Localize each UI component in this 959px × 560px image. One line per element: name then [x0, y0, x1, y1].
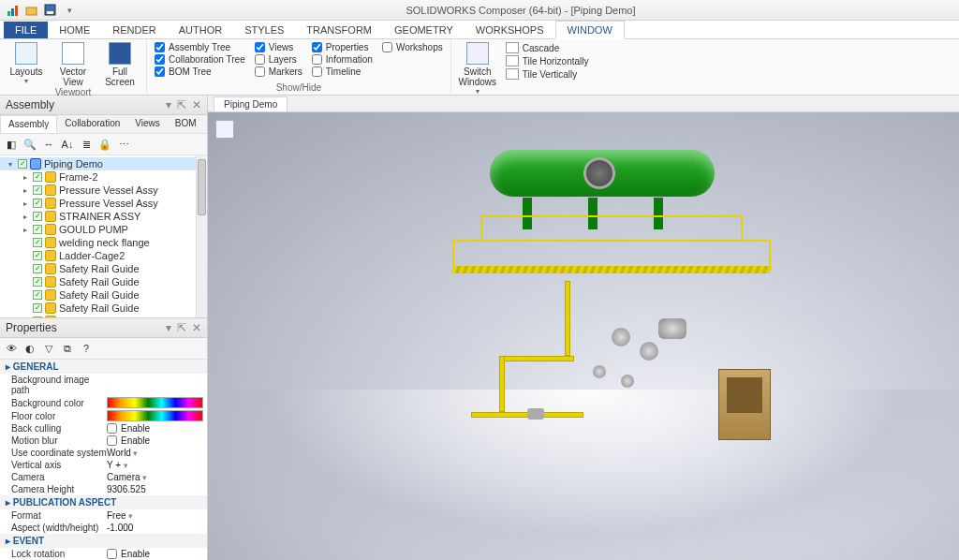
tab-window[interactable]: WINDOW [555, 21, 625, 39]
tree-item[interactable]: ✓Safety Rail Guide [0, 275, 207, 288]
tile-vertical-button[interactable]: Tile Vertically [506, 68, 589, 80]
tree-item[interactable]: ✓Safety Rail Guide [0, 302, 207, 315]
section-publication[interactable]: ▸ PUBLICATION ASPECT [0, 495, 207, 509]
tab-render[interactable]: RENDER [101, 22, 167, 38]
tab-file[interactable]: FILE [4, 22, 48, 38]
prop-camera[interactable]: CameraCamera [0, 471, 207, 483]
tree-item[interactable]: ▸✓Pressure Vessel Assy [0, 184, 207, 197]
qat-save-icon[interactable] [43, 3, 58, 18]
prop-motion-blur[interactable]: Motion blurEnable [0, 435, 207, 447]
pt-help-icon[interactable]: ? [79, 341, 94, 356]
tb-more-icon[interactable]: ⋯ [116, 137, 131, 152]
prop-camera-height[interactable]: Camera Height9306.525 [0, 483, 207, 495]
group-viewport: Layouts▾ Vector View Full Screen Viewpor… [0, 39, 147, 95]
tree-item[interactable]: ✓Safety Rail Guide [0, 262, 207, 275]
prop-coord-sys[interactable]: Use coordinate systemWorld [0, 447, 207, 459]
tree-root[interactable]: ▾✓Piping Demo [0, 157, 207, 170]
viewport-tab-piping[interactable]: Piping Demo [214, 96, 288, 111]
vector-view-button[interactable]: Vector View [54, 42, 92, 87]
tree-scrollbar[interactable] [196, 155, 207, 317]
pt-copy-icon[interactable]: ⧉ [60, 341, 75, 356]
fitting-1 [612, 328, 630, 346]
assembly-panel-header: Assembly ▾ ⇱ ✕ [0, 96, 207, 115]
viewport-area: Piping Demo [208, 96, 959, 560]
viewport-tabs: Piping Demo [208, 96, 959, 112]
chk-layers[interactable]: Layers [255, 54, 302, 65]
assembly-tree[interactable]: ▾✓Piping Demo▸✓Frame-2▸✓Pressure Vessel … [0, 155, 207, 317]
chk-views[interactable]: Views [255, 42, 302, 52]
pt-neutral-icon[interactable]: ◐ [22, 341, 37, 356]
tile-horizontal-button[interactable]: Tile Horizontally [506, 55, 589, 66]
tab-geometry[interactable]: GEOMETRY [383, 22, 465, 38]
prop-aspect[interactable]: Aspect (width/height)-1.000 [0, 522, 207, 534]
tree-item[interactable]: ▸✓Frame-2 [0, 170, 207, 184]
tree-item[interactable]: ✓Safety Rail [0, 315, 207, 317]
properties-toolbar: 👁 ◐ ▽ ⧉ ? [0, 338, 207, 360]
tb-list-icon[interactable]: ≣ [79, 137, 94, 152]
full-screen-button[interactable]: Full Screen [101, 42, 139, 87]
prop-floor-color[interactable]: Floor color [0, 409, 207, 422]
chk-information[interactable]: Information [312, 54, 373, 65]
switch-windows-button[interactable]: Switch Windows▾ [459, 42, 496, 96]
tb-cube-icon[interactable]: ◧ [4, 137, 19, 152]
tab-transform[interactable]: TRANSFORM [295, 22, 383, 38]
chk-properties[interactable]: Properties [312, 42, 373, 52]
props-pin-icon[interactable]: ⇱ [177, 321, 186, 334]
prop-back-culling[interactable]: Back cullingEnable [0, 422, 207, 435]
tree-item[interactable]: ▸✓STRAINER ASSY [0, 210, 207, 223]
subtab-bom[interactable]: BOM [168, 115, 204, 133]
qat-dropdown-icon[interactable]: ▾ [62, 3, 77, 18]
subtab-collaboration[interactable]: Collaboration [57, 115, 127, 133]
viewport-3d[interactable] [208, 112, 959, 560]
tree-item[interactable]: ✓Ladder-Cage2 [0, 249, 207, 262]
panel-dropdown-icon[interactable]: ▾ [166, 98, 171, 111]
safety-platform [452, 215, 780, 281]
prop-bg-color[interactable]: Background color [0, 396, 207, 409]
tree-item[interactable]: ▸✓GOULD PUMP [0, 223, 207, 236]
panel-close-icon[interactable]: ✕ [192, 98, 201, 111]
tb-search-icon[interactable]: 🔍 [22, 137, 37, 152]
chk-timeline[interactable]: Timeline [312, 66, 373, 77]
section-general[interactable]: ▸ GENERAL [0, 360, 207, 374]
tab-styles[interactable]: STYLES [233, 22, 295, 38]
tb-sort-icon[interactable]: A↓ [60, 137, 75, 152]
chk-bom-tree[interactable]: BOM Tree [155, 66, 245, 77]
panel-pin-icon[interactable]: ⇱ [177, 98, 186, 111]
qat-chart-icon[interactable] [6, 3, 21, 18]
viewport-options-icon[interactable] [215, 120, 234, 139]
pt-filter-icon[interactable]: ▽ [41, 341, 56, 356]
props-dropdown-icon[interactable]: ▾ [166, 321, 171, 334]
tab-author[interactable]: AUTHOR [168, 22, 233, 38]
chk-markers[interactable]: Markers [255, 66, 302, 77]
svg-rect-3 [26, 7, 37, 15]
color-gradient-icon[interactable] [107, 410, 203, 421]
pt-eye-icon[interactable]: 👁 [4, 341, 19, 356]
chk-collaboration-tree[interactable]: Collaboration Tree [155, 54, 245, 65]
subtab-views[interactable]: Views [127, 115, 168, 133]
chk-workshops[interactable]: Workshops [382, 42, 443, 52]
fitting-5 [621, 375, 634, 388]
tb-arrow-icon[interactable]: ↔ [41, 137, 56, 152]
prop-vertical-axis[interactable]: Vertical axisY + [0, 459, 207, 471]
color-gradient-icon[interactable] [107, 397, 203, 408]
cascade-button[interactable]: Cascade [506, 42, 589, 53]
tree-item[interactable]: ✓Safety Rail Guide [0, 288, 207, 302]
prop-bg-image[interactable]: Background image path [0, 374, 207, 396]
fitting-2 [640, 342, 658, 361]
subtab-assembly[interactable]: Assembly [0, 115, 57, 133]
tree-item[interactable]: ✓welding neck flange [0, 236, 207, 249]
section-event[interactable]: ▸ EVENT [0, 534, 207, 548]
layouts-button[interactable]: Layouts▾ [7, 42, 45, 85]
tile-h-icon [506, 55, 519, 66]
tab-workshops[interactable]: WORKSHOPS [465, 22, 555, 38]
prop-lock-rotation[interactable]: Lock rotationEnable [0, 548, 207, 560]
tb-lock-icon[interactable]: 🔒 [97, 137, 112, 152]
qat-open-icon[interactable] [24, 3, 39, 18]
tree-item[interactable]: ▸✓Pressure Vessel Assy [0, 197, 207, 210]
props-close-icon[interactable]: ✕ [192, 321, 201, 334]
prop-format[interactable]: FormatFree [0, 509, 207, 522]
fitting-3 [658, 318, 686, 339]
scrollbar-thumb[interactable] [198, 159, 206, 215]
chk-assembly-tree[interactable]: Assembly Tree [155, 42, 245, 52]
tab-home[interactable]: HOME [48, 22, 101, 38]
